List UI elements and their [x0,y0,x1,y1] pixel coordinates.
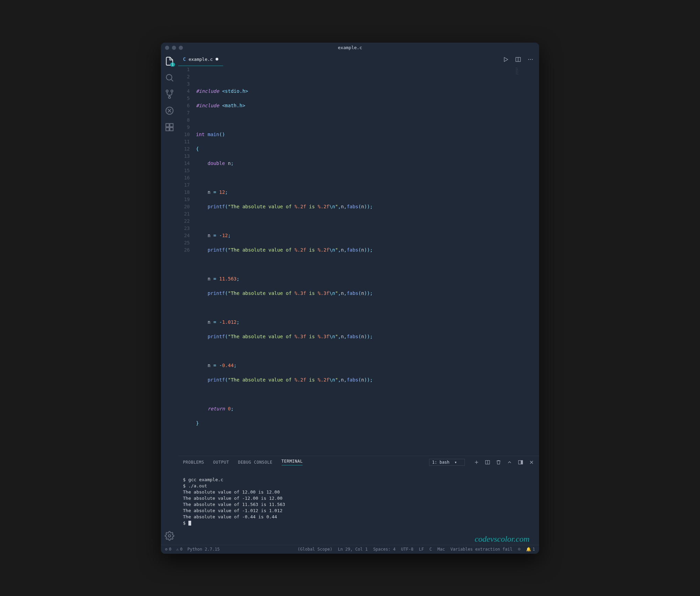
svg-point-16 [532,59,533,59]
extensions-icon[interactable] [165,122,174,132]
status-cursor-position[interactable]: Ln 29, Col 1 [338,547,368,552]
window-controls [165,46,183,50]
more-actions-icon[interactable] [527,56,534,63]
minimap[interactable]: ▬▬▬▬▬▬▬▬▬▬▬▬▬▬▬▬▬▬▬▬▬▬▬▬▬▬▬▬▬▬▬▬▬▬▬▬▬ [516,67,536,95]
status-warnings[interactable]: ⚠ 0 [176,547,182,552]
run-icon[interactable] [503,56,509,63]
svg-point-0 [166,74,172,80]
search-icon[interactable] [165,73,174,82]
svg-point-2 [166,90,168,92]
split-editor-icon[interactable] [515,56,521,63]
code-content[interactable]: #include <stdio.h> #include <math.h> int… [196,66,539,456]
tab-output[interactable]: OUTPUT [213,460,229,465]
window-title: example.c [338,45,362,50]
svg-point-10 [168,534,171,537]
terminal-cursor [188,521,191,526]
svg-point-14 [528,59,529,59]
svg-point-4 [168,96,171,98]
code-editor[interactable]: 1234567891011121314151617181920212223242… [178,66,539,456]
maximize-panel-icon[interactable] [507,460,512,465]
new-terminal-icon[interactable] [474,460,479,465]
svg-line-1 [171,79,173,81]
maximize-window[interactable] [179,46,183,50]
svg-marker-11 [504,57,508,62]
panel-tabs: PROBLEMS OUTPUT DEBUG CONSOLE TERMINAL 1… [178,456,539,468]
status-encoding[interactable]: UTF-8 [401,547,413,552]
tab-problems[interactable]: PROBLEMS [183,460,204,465]
settings-gear-icon[interactable] [165,531,174,541]
explorer-badge: 1 [170,63,175,67]
status-bar: ⊘ 0 ⚠ 0 Python 2.7.15 (Global Scope) Ln … [161,545,539,554]
activity-bar: 1 [161,53,178,545]
status-notifications-icon[interactable]: 🔔 1 [526,547,535,552]
svg-rect-9 [170,128,173,131]
svg-rect-22 [521,460,523,464]
status-errors[interactable]: ⊘ 0 [165,547,171,552]
status-eol[interactable]: LF [419,547,424,552]
svg-rect-6 [166,123,169,126]
status-feedback-icon[interactable]: ☺ [518,547,521,552]
svg-point-15 [530,59,531,59]
line-number-gutter: 1234567891011121314151617181920212223242… [178,66,196,456]
status-indentation[interactable]: Spaces: 4 [373,547,395,552]
terminal-selector[interactable]: 1: bash ▾ [429,459,465,466]
minimize-window[interactable] [172,46,176,50]
status-message[interactable]: Variables extraction fail [450,547,513,552]
close-window[interactable] [165,46,169,50]
terminal-output[interactable]: $ gcc example.c $ ./a.out The absolute v… [178,468,539,545]
close-panel-icon[interactable] [529,460,534,465]
svg-rect-8 [166,128,169,131]
status-os[interactable]: Mac [437,547,445,552]
svg-point-3 [171,90,173,92]
explorer-icon[interactable]: 1 [165,56,174,66]
watermark: codevscolor.com [475,536,529,542]
tab-debug-console[interactable]: DEBUG CONSOLE [238,460,272,465]
tab-example-c[interactable]: C example.c [178,53,223,66]
split-terminal-icon[interactable] [485,460,490,465]
c-language-icon: C [183,56,186,62]
tab-bar: C example.c [178,53,539,66]
unsaved-indicator-icon [216,58,218,60]
editor-window: example.c 1 [161,43,539,554]
panel-layout-icon[interactable] [518,460,523,465]
status-python[interactable]: Python 2.7.15 [187,547,220,552]
source-control-icon[interactable] [165,89,174,99]
svg-rect-7 [170,123,173,126]
debug-icon[interactable] [165,106,174,115]
editor-actions [503,53,539,66]
kill-terminal-icon[interactable] [496,460,501,465]
bottom-panel: PROBLEMS OUTPUT DEBUG CONSOLE TERMINAL 1… [178,456,539,545]
tab-filename: example.c [188,57,212,62]
status-scope[interactable]: (Global Scope) [298,547,332,552]
status-language[interactable]: C [429,547,432,552]
tab-terminal[interactable]: TERMINAL [282,459,303,465]
titlebar: example.c [161,43,539,53]
